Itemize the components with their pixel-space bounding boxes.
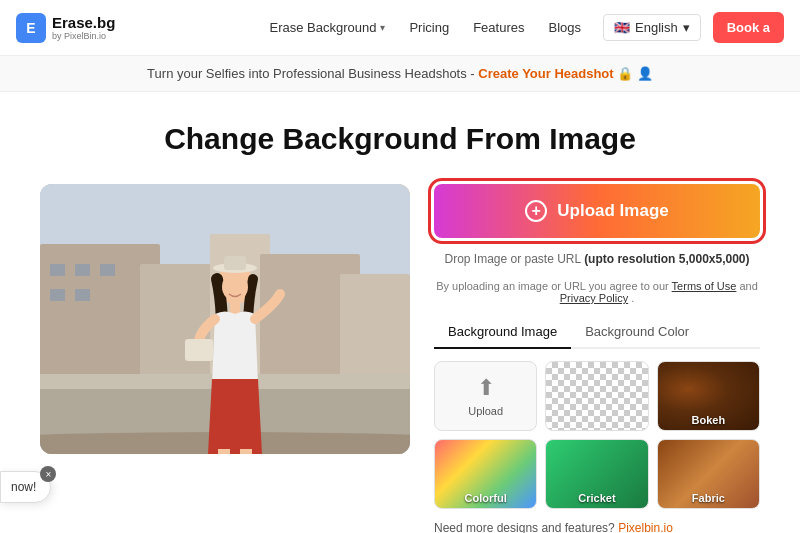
language-selector[interactable]: 🇬🇧 English ▾ — [603, 14, 701, 41]
book-button[interactable]: Book a — [713, 12, 784, 43]
logo-icon: E — [16, 13, 46, 43]
tab-background-color[interactable]: Background Color — [571, 316, 703, 347]
bg-option-fabric[interactable]: Fabric — [657, 439, 760, 509]
terms-text: By uploading an image or URL you agree t… — [434, 280, 760, 304]
nav-pricing[interactable]: Pricing — [399, 14, 459, 41]
preview-image — [40, 184, 410, 454]
cloud-upload-icon: ⬆ — [477, 375, 495, 401]
chevron-down-icon: ▾ — [380, 22, 385, 33]
flag-icon: 🇬🇧 — [614, 20, 630, 35]
nav-blogs[interactable]: Blogs — [538, 14, 591, 41]
svg-rect-16 — [224, 256, 246, 270]
image-preview — [40, 184, 410, 454]
logo-text-group: Erase.bg by PixelBin.io — [52, 14, 115, 41]
svg-rect-6 — [50, 264, 65, 276]
drop-hint-resolution: (upto resolution 5,000x5,000) — [584, 252, 749, 266]
chevron-down-icon: ▾ — [683, 20, 690, 35]
upload-image-button[interactable]: + Upload Image — [434, 184, 760, 238]
brand-name: Erase.bg — [52, 14, 115, 31]
nav-features[interactable]: Features — [463, 14, 534, 41]
chat-text: now! — [11, 480, 36, 494]
bg-option-transparent[interactable] — [545, 361, 648, 431]
bg-tabs: Background Image Background Color — [434, 316, 760, 349]
upload-btn-wrapper: + Upload Image — [434, 184, 760, 238]
bg-option-bokeh[interactable]: Bokeh — [657, 361, 760, 431]
navbar: E Erase.bg by PixelBin.io Erase Backgrou… — [0, 0, 800, 56]
bg-option-cricket[interactable]: Cricket — [545, 439, 648, 509]
svg-rect-9 — [50, 289, 65, 301]
bg-options-grid: ⬆ Upload Bokeh Colorful Cricket — [434, 361, 760, 509]
controls-panel: + Upload Image Drop Image or paste URL (… — [434, 184, 760, 533]
svg-rect-18 — [218, 449, 230, 454]
promo-link[interactable]: Create Your Headshot — [478, 66, 613, 81]
svg-rect-7 — [75, 264, 90, 276]
logo-area[interactable]: E Erase.bg by PixelBin.io — [16, 13, 115, 43]
more-designs: Need more designs and features? Pixelbin… — [434, 521, 760, 533]
svg-rect-10 — [75, 289, 90, 301]
content-row: + Upload Image Drop Image or paste URL (… — [40, 184, 760, 533]
upload-button-label: Upload Image — [557, 201, 668, 221]
bg-option-upload[interactable]: ⬆ Upload — [434, 361, 537, 431]
drop-hint: Drop Image or paste URL (upto resolution… — [434, 250, 760, 268]
svg-rect-19 — [240, 449, 252, 454]
promo-banner: Turn your Selfies into Professional Busi… — [0, 56, 800, 92]
bokeh-label: Bokeh — [692, 414, 726, 426]
pixelbin-link[interactable]: Pixelbin.io — [618, 521, 673, 533]
brand-sub: by PixelBin.io — [52, 32, 115, 41]
nav-links: Erase Background ▾ Pricing Features Blog… — [259, 12, 784, 43]
colorful-label: Colorful — [465, 492, 507, 504]
fabric-label: Fabric — [692, 492, 725, 504]
bg-option-colorful[interactable]: Colorful — [434, 439, 537, 509]
cricket-label: Cricket — [578, 492, 615, 504]
nav-erase-bg[interactable]: Erase Background ▾ — [259, 14, 395, 41]
drop-hint-text: Drop Image or paste URL — [444, 252, 580, 266]
bg-upload-label: Upload — [468, 405, 503, 417]
privacy-policy-link[interactable]: Privacy Policy — [560, 292, 628, 304]
tab-background-image[interactable]: Background Image — [434, 316, 571, 349]
preview-svg — [40, 184, 410, 454]
svg-rect-20 — [185, 339, 213, 361]
svg-rect-8 — [100, 264, 115, 276]
terms-of-use-link[interactable]: Terms of Use — [672, 280, 737, 292]
promo-text: Turn your Selfies into Professional Busi… — [147, 66, 478, 81]
plus-circle-icon: + — [525, 200, 547, 222]
main-content: Change Background From Image — [0, 92, 800, 533]
page-title: Change Background From Image — [40, 122, 760, 156]
chat-bubble: × now! — [0, 471, 51, 503]
